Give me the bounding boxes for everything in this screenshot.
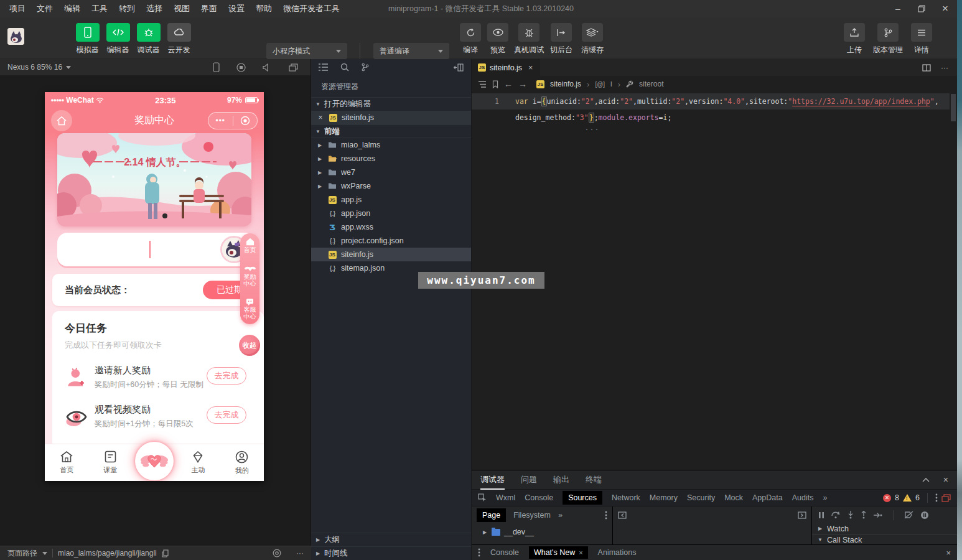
- compile-button[interactable]: 编译: [457, 23, 484, 55]
- list-icon[interactable]: [319, 63, 328, 71]
- step-over-icon[interactable]: [831, 511, 841, 518]
- project-avatar[interactable]: [7, 28, 24, 45]
- compile-mode-select[interactable]: 普通编译: [373, 43, 449, 59]
- record-icon[interactable]: [236, 63, 246, 72]
- tree-folder-miao-lalms[interactable]: ▶ miao_lalms: [311, 138, 471, 152]
- error-badge-icon[interactable]: ✕: [883, 494, 891, 502]
- tree-file-app-wxss[interactable]: Ʒ app.wxss: [311, 220, 471, 234]
- more-options-icon[interactable]: ···: [296, 549, 304, 558]
- rail-home[interactable]: 首页: [243, 238, 257, 253]
- pause-icon[interactable]: [818, 511, 824, 519]
- deactivate-breakpoints-icon[interactable]: [904, 511, 913, 519]
- timeline-section[interactable]: ▶时间线: [311, 546, 471, 560]
- simulator-toggle-button[interactable]: 模拟器: [72, 23, 103, 55]
- editor-scrollbar[interactable]: [951, 94, 956, 121]
- page-path-label[interactable]: 页面路径: [7, 548, 37, 559]
- devtools-tab-security[interactable]: Security: [687, 493, 715, 502]
- menu-select[interactable]: 选择: [141, 0, 168, 17]
- capsule-close-button[interactable]: [233, 116, 258, 126]
- devtools-tab-wxml[interactable]: Wxml: [496, 493, 515, 502]
- devtools-tab-mock[interactable]: Mock: [724, 493, 743, 502]
- menu-project[interactable]: 项目: [4, 0, 31, 17]
- fold-hint[interactable]: ···: [585, 122, 600, 138]
- cloud-dev-button[interactable]: 云开发: [164, 23, 194, 55]
- close-icon[interactable]: ×: [317, 113, 324, 122]
- tab-active[interactable]: 主动: [176, 444, 220, 481]
- clear-cache-button[interactable]: 清缓存: [576, 23, 609, 55]
- tree-file-app-json[interactable]: {..} app.json: [311, 207, 471, 220]
- menu-file[interactable]: 文件: [31, 0, 58, 17]
- close-button[interactable]: ×: [933, 0, 957, 17]
- panel-tab-output[interactable]: 输出: [553, 474, 569, 485]
- outline-icon[interactable]: [478, 81, 487, 88]
- editor-toggle-button[interactable]: 编辑器: [103, 23, 133, 55]
- tree-file-project-config[interactable]: {..} project.config.json: [311, 234, 471, 248]
- tree-folder-resources[interactable]: ▶ resources: [311, 152, 471, 166]
- drawer-tab-console[interactable]: Console: [490, 548, 519, 557]
- close-drawer-icon[interactable]: ×: [946, 548, 951, 558]
- breadcrumb-symbol[interactable]: siteroot: [639, 80, 663, 88]
- devtools-tab-appdata[interactable]: AppData: [752, 493, 783, 502]
- menu-tools[interactable]: 工具: [86, 0, 113, 17]
- more-actions-icon[interactable]: ···: [941, 63, 948, 72]
- open-editors-section[interactable]: ▼打开的编辑器: [311, 97, 471, 111]
- close-tab-icon[interactable]: ×: [528, 63, 533, 72]
- multi-window-icon[interactable]: [289, 63, 298, 72]
- step-icon[interactable]: [874, 512, 882, 518]
- bookmark-icon[interactable]: [492, 80, 498, 88]
- outline-section[interactable]: ▶大纲: [311, 533, 471, 546]
- rail-reward-center[interactable]: 奖励中心: [243, 265, 257, 287]
- watch-section[interactable]: ▶Watch: [812, 523, 957, 534]
- devtools-tab-audits[interactable]: Audits: [792, 493, 814, 502]
- warning-badge-icon[interactable]: [903, 494, 912, 502]
- minimize-button[interactable]: –: [886, 0, 910, 17]
- tab-home[interactable]: 首页: [45, 444, 88, 481]
- copy-icon[interactable]: [162, 549, 169, 558]
- close-drawer-tab-icon[interactable]: ×: [579, 549, 582, 556]
- signin-card[interactable]: [57, 233, 255, 266]
- more-tabs-icon[interactable]: »: [823, 493, 827, 502]
- breadcrumb-file[interactable]: siteinfo.js: [550, 80, 581, 88]
- sources-editor-pane[interactable]: [613, 523, 812, 545]
- error-count[interactable]: 8: [895, 493, 899, 502]
- step-into-icon[interactable]: [848, 511, 854, 519]
- devtools-tab-network[interactable]: Network: [612, 493, 640, 502]
- tree-folder-we7[interactable]: ▶ we7: [311, 166, 471, 179]
- rail-collapse-button[interactable]: 收起: [239, 335, 260, 356]
- nav-home-button[interactable]: [51, 110, 72, 131]
- sources-tab-filesystem[interactable]: Filesystem: [513, 511, 551, 520]
- detail-button[interactable]: 详情: [907, 23, 936, 55]
- rail-service-center[interactable]: 客服中心: [243, 298, 257, 320]
- code-area[interactable]: 1 var i={uniacid:"2",acid:"2",multiid:"2…: [472, 92, 957, 167]
- menu-edit[interactable]: 编辑: [58, 0, 86, 17]
- capsule-menu-button[interactable]: •••: [208, 116, 233, 125]
- panel-tab-debugger[interactable]: 调试器: [480, 474, 505, 485]
- nav-forward-icon[interactable]: →: [518, 79, 527, 89]
- inspect-icon[interactable]: [478, 493, 487, 502]
- kebab-menu-icon[interactable]: [605, 511, 607, 520]
- split-editor-icon[interactable]: [922, 64, 931, 72]
- tree-folder-wxparse[interactable]: ▶ wxParse: [311, 179, 471, 193]
- close-panel-icon[interactable]: ×: [943, 475, 948, 485]
- nav-back-icon[interactable]: ←: [504, 79, 513, 89]
- preview-button[interactable]: 预览: [484, 23, 511, 55]
- drawer-tab-animations[interactable]: Animations: [598, 548, 637, 557]
- device-debug-button[interactable]: 真机调试: [511, 23, 546, 55]
- menu-goto[interactable]: 转到: [113, 0, 141, 17]
- page-path-value[interactable]: miao_lalms/page/jiangli/jiangli: [58, 549, 157, 558]
- tab-mine[interactable]: 我的: [220, 444, 264, 481]
- root-folder-section[interactable]: ▼前端: [311, 124, 471, 138]
- panel-tab-problems[interactable]: 问题: [521, 474, 537, 485]
- sources-tree-dev[interactable]: ▶ __dev__: [472, 525, 612, 539]
- devtools-tab-console[interactable]: Console: [525, 493, 553, 502]
- debugger-toggle-button[interactable]: 调试器: [133, 23, 164, 55]
- tree-file-siteinfo-js[interactable]: JS siteinfo.js: [311, 248, 471, 261]
- step-out-icon[interactable]: [861, 511, 867, 519]
- open-editor-item[interactable]: × JS siteinfo.js: [311, 111, 471, 124]
- more-sources-tabs-icon[interactable]: »: [558, 511, 563, 520]
- restore-button[interactable]: [910, 0, 933, 17]
- search-icon[interactable]: [340, 63, 349, 72]
- tab-classroom[interactable]: 课堂: [88, 444, 132, 481]
- task-complete-button[interactable]: 去完成: [207, 367, 246, 385]
- kebab-menu-icon[interactable]: [935, 493, 938, 502]
